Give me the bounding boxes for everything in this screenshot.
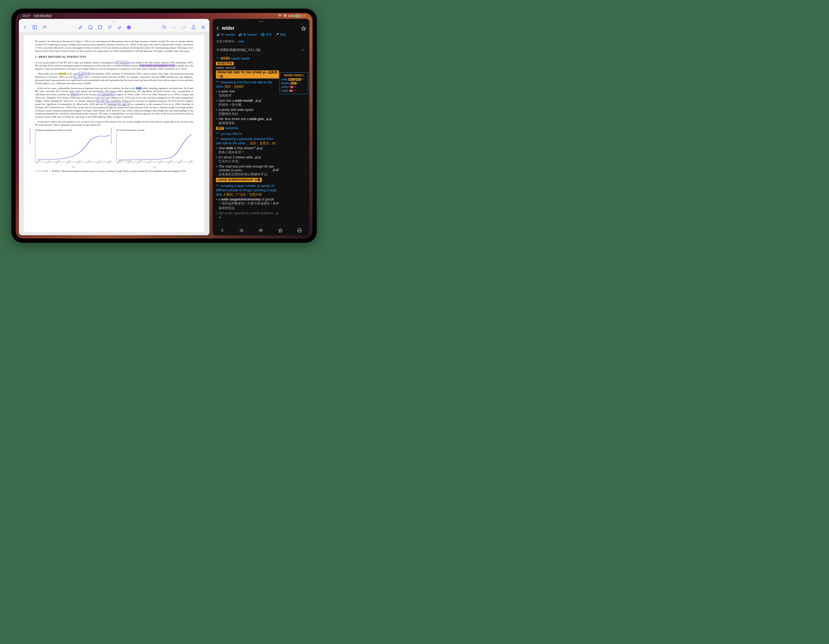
- svg-point-10: [216, 81, 217, 82]
- dict-bottom-nav: [213, 225, 309, 235]
- example: a wide river宽阔的河: [216, 90, 279, 98]
- svg-point-15: [298, 230, 299, 231]
- add-page-icon[interactable]: [98, 25, 102, 30]
- word-family-item[interactable]: widelyADV.: [282, 82, 306, 85]
- example: a wide range/choice/variety of goods一系列品…: [216, 197, 279, 211]
- nav-back-icon[interactable]: [220, 228, 225, 233]
- suggest-link[interactable]: wide: [238, 40, 244, 43]
- definition: measuring a particular distance from one…: [216, 136, 279, 145]
- app-handle-right[interactable]: [213, 19, 309, 24]
- back-icon[interactable]: [23, 25, 28, 30]
- para: Historically, the first methods of AI, s…: [35, 72, 193, 85]
- svg-point-1: [284, 14, 286, 17]
- search-icon[interactable]: [162, 25, 167, 30]
- example: a jacket with wide lapels宽翻领夹克衫: [216, 108, 279, 116]
- word-family-item[interactable]: widenV.: [282, 85, 306, 88]
- word-family-item[interactable]: widthN.: [282, 89, 306, 92]
- para: In the last few years, explainability ha…: [35, 87, 193, 119]
- dict-headword: wider: [222, 25, 235, 31]
- hl-inception: its inception: [116, 61, 129, 64]
- see-also-link[interactable]: WIDTH: [232, 132, 242, 135]
- color-dot[interactable]: [127, 25, 131, 29]
- sense-label: LARGE NUMBER/AMOUNT 大量: [216, 178, 262, 182]
- status-time: 22:27: [23, 14, 30, 17]
- svg-point-18: [303, 79, 303, 80]
- dict-source-row[interactable]: 牛津高阶双解(第9版)_V3.1.2版: [213, 46, 309, 54]
- hl-methods: methods: [58, 72, 66, 75]
- svg-point-17: [300, 230, 301, 231]
- svg-point-6: [108, 26, 111, 28]
- globe-link[interactable]: 🌐 全球: [261, 33, 271, 37]
- example: The road was just wide enough for two ve…: [216, 165, 279, 177]
- svg-point-20: [295, 86, 295, 87]
- back-icon[interactable]: [215, 26, 220, 31]
- speaker-uk[interactable]: 🔊 英 /waɪdə/: [216, 33, 235, 37]
- svg-point-11: [216, 132, 217, 134]
- svg-point-7: [163, 26, 165, 28]
- status-date: 10月30日周日: [33, 14, 52, 17]
- pdf-page-viewport[interactable]: DL started to be observed as illustrated…: [19, 32, 210, 235]
- svg-point-21: [294, 90, 295, 91]
- statusbar: 22:27 10月30日周日 64% ⚡: [16, 13, 312, 19]
- star-icon[interactable]: [301, 26, 306, 31]
- follow-read[interactable]: 🎤 跟读: [275, 33, 286, 37]
- app-handle-left[interactable]: [19, 19, 210, 24]
- word-family-item[interactable]: wideADJ.ADV.: [282, 78, 306, 81]
- svg-point-0: [280, 16, 280, 17]
- word-forms: (wider, wid·est): [216, 66, 279, 69]
- heading-2: 2 | BRIEF HISTORICAL PERSPECTIVE: [35, 55, 193, 59]
- selection-wider[interactable]: wider: [136, 87, 142, 90]
- note-icon[interactable]: [88, 25, 93, 30]
- key-icon: [216, 56, 220, 60]
- key-icon: [216, 80, 220, 83]
- figure-1: (a) Deep Learning Search interest over t…: [35, 129, 193, 168]
- definition: measuring a lot from one side to the oth…: [216, 80, 279, 89]
- hl-enshrined: enshrined the right for: [108, 102, 130, 106]
- svg-point-13: [216, 184, 217, 186]
- undo-icon[interactable]: [172, 25, 177, 30]
- gear-icon[interactable]: [201, 25, 206, 30]
- key-icon: [216, 183, 220, 187]
- svg-point-12: [216, 138, 217, 139]
- nav-list-icon[interactable]: [239, 228, 244, 233]
- hl-shifted: shifted: [71, 93, 78, 96]
- chart-a: (a) Deep Learning Search interest over t…: [35, 129, 112, 168]
- key-icon: [216, 131, 220, 135]
- para: DL started to be observed as illustrated…: [35, 40, 193, 53]
- status-right: 64% ⚡: [278, 14, 306, 18]
- dictionary-app: wider 🔊 英 /waɪdə/ 🔊 美 /waɪdə/ 🌐 全球 🎤 跟读 …: [213, 19, 309, 235]
- redo-icon[interactable]: [181, 25, 186, 30]
- svg-point-8: [202, 27, 204, 28]
- speaker-us[interactable]: 🔊 美 /waɪdə/: [238, 33, 257, 37]
- hl-number-complexity: in the number and complexity of data: [139, 64, 175, 67]
- svg-point-19: [298, 83, 298, 83]
- svg-point-9: [216, 57, 217, 58]
- opposite-link[interactable]: NARROW: [225, 126, 238, 130]
- rotation-lock-icon: [283, 14, 287, 18]
- pen-icon[interactable]: [78, 25, 83, 30]
- wifi-icon: [278, 14, 282, 17]
- hl-not-only-for: not only for: [96, 99, 109, 102]
- battery-pct: 64%: [288, 14, 294, 17]
- share-icon[interactable]: [191, 25, 196, 30]
- figure-caption: F I G U R E 1 FIGURE 1 Illustrates the i…: [35, 170, 193, 173]
- dict-pronunciation-row: 🔊 英 /waɪdə/ 🔊 美 /waɪdə/ 🌐 全球 🎤 跟读: [213, 32, 309, 39]
- example: Sam has a wide mouth.🔊🔊萨姆有一张大嘴。: [216, 99, 279, 107]
- text-settings-icon[interactable]: [42, 25, 47, 30]
- sense-label: FROM ONE SIDE TO THE OTHER 从一边到另一边: [216, 71, 279, 79]
- pos-tag: ADJECTIVE: [216, 62, 234, 65]
- lasso-icon[interactable]: [107, 25, 112, 30]
- para: In the above context, the main question …: [35, 120, 193, 127]
- nav-speaker-icon[interactable]: [258, 228, 263, 233]
- see-also: see also WIDTH: [216, 131, 279, 135]
- sidebar-icon[interactable]: [32, 25, 37, 30]
- nav-star-icon[interactable]: [278, 228, 283, 233]
- battery-indicator: 64% ⚡: [288, 14, 306, 17]
- nav-more-icon[interactable]: [297, 228, 302, 233]
- eraser-icon[interactable]: [117, 25, 122, 30]
- example: Her music appeals to a wide audience.🔊🔊: [216, 211, 279, 219]
- definition: including a large number or variety of d…: [216, 183, 279, 197]
- dict-source-name: 牛津高阶双解(第9版)_V3.1.2版: [216, 48, 261, 52]
- chevron-up-icon: [301, 47, 306, 52]
- screen: 22:27 10月30日周日 64% ⚡: [16, 13, 312, 238]
